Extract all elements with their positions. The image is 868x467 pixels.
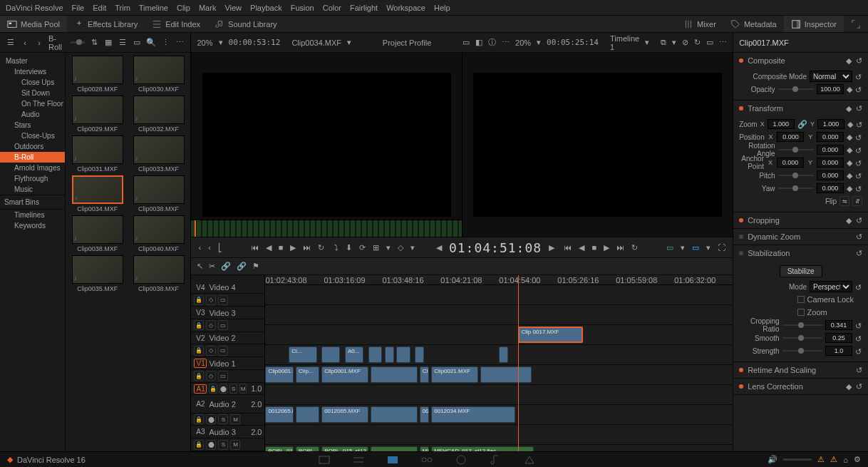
- timeline-clip[interactable]: [499, 347, 508, 363]
- reset-icon[interactable]: ↺: [856, 232, 862, 242]
- opacity-slider[interactable]: [778, 88, 814, 90]
- auto-select-icon[interactable]: ◇: [206, 295, 216, 305]
- more-icon[interactable]: ⋯: [175, 38, 185, 48]
- enable-dot-icon[interactable]: [739, 58, 743, 63]
- strength-slider[interactable]: [782, 350, 822, 351]
- timeline-clip[interactable]: [368, 347, 383, 363]
- track-header-v3-ctrl[interactable]: 🔒◇▭: [191, 319, 264, 332]
- menu-item[interactable]: Mark: [199, 4, 216, 12]
- yaw-slider[interactable]: [778, 188, 814, 189]
- chevron-left-icon[interactable]: ‹: [20, 38, 30, 48]
- reset-icon[interactable]: ↺: [856, 249, 862, 258]
- timeline-clip[interactable]: Cl...: [289, 347, 316, 363]
- sound-library-toggle[interactable]: Sound Library: [207, 16, 284, 32]
- timeline-clip[interactable]: 0012065.MXF: [265, 406, 293, 423]
- anchor-x-input[interactable]: [777, 158, 804, 168]
- zoom-y-input[interactable]: [817, 119, 844, 129]
- disable-icon[interactable]: ▭: [218, 320, 228, 330]
- keyframe-icon[interactable]: ◆: [847, 85, 852, 94]
- zoom-x-input[interactable]: [768, 119, 795, 129]
- keyframe-icon[interactable]: ◆: [846, 104, 852, 113]
- menu-item[interactable]: Edit: [93, 4, 106, 12]
- bypass-icon[interactable]: ⊘: [682, 38, 688, 47]
- flip-v-icon[interactable]: ⇵: [852, 196, 862, 206]
- insert-icon[interactable]: ⤵: [334, 243, 339, 252]
- clip-thumbnail[interactable]: Clip0035.MXF: [68, 255, 127, 292]
- timeline-clip[interactable]: Clip0001.MXF: [265, 366, 293, 383]
- reset-icon[interactable]: ↺: [855, 347, 862, 354]
- more-icon[interactable]: ⋯: [502, 38, 510, 47]
- selection-tool-icon[interactable]: ↖: [197, 262, 203, 271]
- mixer-toggle[interactable]: Mixer: [676, 16, 723, 32]
- menu-item[interactable]: Workspace: [386, 4, 425, 12]
- chevron-left-icon[interactable]: ‹: [208, 243, 211, 252]
- fit-to-fill-icon[interactable]: ⊞: [373, 243, 379, 252]
- timeline-clip-selected[interactable]: Clip 0017.MXF: [518, 327, 584, 343]
- timeline-clip[interactable]: [371, 446, 418, 451]
- reset-icon[interactable]: ↺: [855, 172, 862, 179]
- solo-icon[interactable]: S: [218, 414, 228, 424]
- timeline-clip[interactable]: [321, 347, 340, 363]
- tree-item[interactable]: Stars: [0, 120, 65, 130]
- track-header-v4[interactable]: V4Video 4: [191, 282, 264, 294]
- warning-icon[interactable]: ⚠: [817, 455, 825, 464]
- tree-item-broll[interactable]: B-Roll: [0, 152, 65, 163]
- pitch-input[interactable]: [817, 170, 844, 180]
- chevron-down-icon[interactable]: ▾: [681, 243, 685, 252]
- timeline-clip[interactable]: Clip0021.MXF: [431, 366, 478, 383]
- timeline-clip[interactable]: Clip...: [296, 366, 319, 383]
- timeline-clip[interactable]: MEH...: [420, 446, 429, 451]
- enable-dot-icon[interactable]: [739, 106, 743, 111]
- viewer-layout-icon[interactable]: ▭: [463, 38, 470, 47]
- timeline-name[interactable]: Timeline 1: [610, 34, 639, 51]
- enable-dot-icon[interactable]: [739, 218, 743, 222]
- anchor-y-input[interactable]: [817, 158, 844, 168]
- lock-icon[interactable]: 🔒: [194, 320, 204, 330]
- chevron-left-icon[interactable]: ‹: [198, 243, 201, 252]
- timeline-viewer[interactable]: [462, 53, 733, 237]
- keyframe-icon[interactable]: ◆: [847, 158, 852, 168]
- cut-page-icon[interactable]: [352, 453, 365, 466]
- reset-icon[interactable]: ↺: [855, 159, 862, 166]
- track-header-a3[interactable]: A3Audio 32.0: [191, 426, 264, 438]
- link-icon[interactable]: 🔗: [797, 120, 807, 129]
- timeline-view-icon[interactable]: ▭: [666, 243, 673, 252]
- more-icon[interactable]: ⋯: [719, 38, 727, 47]
- effects-library-toggle[interactable]: Effects Library: [67, 16, 145, 32]
- flip-h-icon[interactable]: ⇋: [839, 196, 849, 206]
- full-screen-icon[interactable]: ⛶: [718, 243, 725, 252]
- strength-input[interactable]: [825, 346, 852, 356]
- last-frame-icon[interactable]: ⏭: [303, 243, 311, 252]
- track-v2b[interactable]: [265, 385, 733, 405]
- trim-tool-icon[interactable]: ✂: [209, 262, 215, 271]
- bin-tree[interactable]: Master Interviews Close Ups Sit Down On …: [0, 53, 66, 451]
- first-frame-icon[interactable]: ⏮: [251, 243, 259, 252]
- sort-icon[interactable]: ⇅: [89, 38, 99, 48]
- timeline-clip[interactable]: [371, 366, 418, 383]
- filmstrip-icon[interactable]: ▭: [132, 38, 142, 48]
- reset-icon[interactable]: ↺: [856, 56, 862, 66]
- keyframe-icon[interactable]: ◆: [846, 382, 852, 391]
- mute-icon[interactable]: M: [239, 384, 247, 394]
- bin-list-icon[interactable]: ☰: [6, 38, 16, 48]
- timeline-clip[interactable]: [385, 347, 394, 363]
- timeline-tracks[interactable]: 01:02:43:0801:03:16:0901:03:48:1601:04:2…: [265, 275, 733, 451]
- rotation-input[interactable]: [817, 145, 844, 155]
- chevron-down-icon[interactable]: ▾: [347, 38, 351, 47]
- keyframe-icon[interactable]: ◆: [847, 145, 852, 155]
- keyframe-icon[interactable]: ◆: [846, 56, 852, 66]
- pos-y-input[interactable]: [817, 132, 844, 142]
- enable-dot-icon[interactable]: [739, 384, 743, 389]
- track-v3[interactable]: Clip 0017.MXF: [265, 325, 733, 345]
- warning-icon[interactable]: ⚠: [830, 455, 837, 464]
- grid-view-icon[interactable]: ▦: [103, 38, 113, 48]
- list-view-icon[interactable]: ☰: [118, 38, 128, 48]
- timeline-clip[interactable]: 0012034.MXF: [431, 406, 515, 423]
- disable-icon[interactable]: ▭: [218, 295, 228, 305]
- tree-item[interactable]: Flythrough: [0, 173, 65, 184]
- track-header-v2-ctrl[interactable]: 🔒◇▭: [191, 344, 264, 357]
- auto-select-icon[interactable]: ◇: [206, 371, 216, 381]
- record-icon[interactable]: ⬤: [206, 440, 216, 450]
- match-frame-icon[interactable]: ⧉: [661, 38, 666, 47]
- timeline-clip[interactable]: 0012...: [420, 406, 429, 423]
